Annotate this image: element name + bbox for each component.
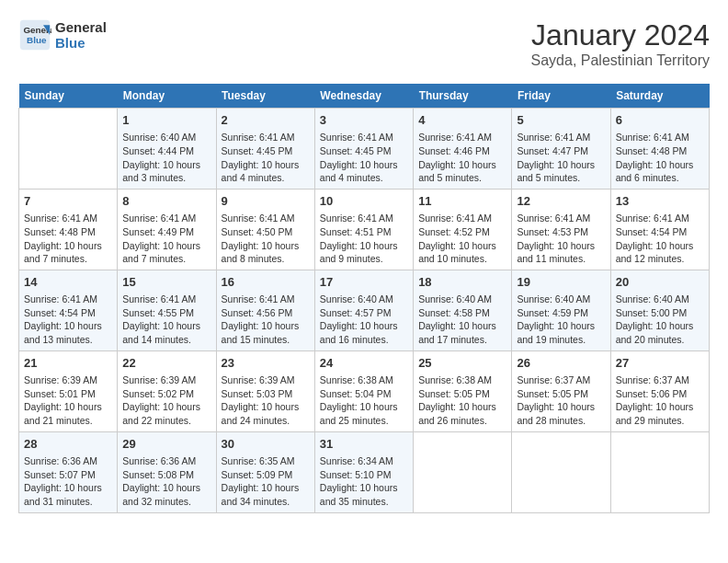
col-header-saturday: Saturday xyxy=(610,84,709,109)
logo-general: General xyxy=(55,19,107,35)
day-info: Sunrise: 6:41 AMSunset: 4:45 PMDaylight:… xyxy=(222,131,310,185)
day-info: Sunrise: 6:41 AMSunset: 4:50 PMDaylight:… xyxy=(222,212,310,266)
col-header-thursday: Thursday xyxy=(414,84,512,109)
day-info: Sunrise: 6:37 AMSunset: 5:06 PMDaylight:… xyxy=(616,373,704,428)
calendar-cell: 30Sunrise: 6:35 AMSunset: 5:09 PMDayligh… xyxy=(216,431,314,512)
calendar-week-row: 1Sunrise: 6:40 AMSunset: 4:44 PMDaylight… xyxy=(19,109,710,190)
day-info: Sunrise: 6:35 AMSunset: 5:09 PMDaylight:… xyxy=(222,454,310,509)
day-info: Sunrise: 6:41 AMSunset: 4:53 PMDaylight:… xyxy=(517,212,605,266)
day-info: Sunrise: 6:40 AMSunset: 4:44 PMDaylight:… xyxy=(122,131,210,185)
day-number: 28 xyxy=(24,436,112,453)
title-block: January 2024 Sayda, Palestinian Territor… xyxy=(531,18,710,69)
col-header-friday: Friday xyxy=(512,84,610,109)
calendar-cell: 14Sunrise: 6:41 AMSunset: 4:54 PMDayligh… xyxy=(19,270,118,350)
day-info: Sunrise: 6:41 AMSunset: 4:55 PMDaylight:… xyxy=(122,293,210,347)
day-info: Sunrise: 6:38 AMSunset: 5:05 PMDaylight:… xyxy=(418,373,506,428)
calendar-cell: 15Sunrise: 6:41 AMSunset: 4:55 PMDayligh… xyxy=(118,270,216,350)
day-info: Sunrise: 6:41 AMSunset: 4:54 PMDaylight:… xyxy=(24,293,112,347)
calendar-week-row: 28Sunrise: 6:36 AMSunset: 5:07 PMDayligh… xyxy=(19,431,710,512)
day-number: 18 xyxy=(418,274,506,291)
day-number: 16 xyxy=(222,274,310,291)
day-info: Sunrise: 6:36 AMSunset: 5:07 PMDaylight:… xyxy=(24,454,112,509)
day-number: 22 xyxy=(122,355,210,372)
calendar-week-row: 14Sunrise: 6:41 AMSunset: 4:54 PMDayligh… xyxy=(19,270,710,350)
calendar-cell: 27Sunrise: 6:37 AMSunset: 5:06 PMDayligh… xyxy=(610,350,709,431)
day-number: 20 xyxy=(616,274,704,291)
calendar-cell: 11Sunrise: 6:41 AMSunset: 4:52 PMDayligh… xyxy=(414,189,512,270)
day-number: 15 xyxy=(122,274,210,291)
calendar-cell: 23Sunrise: 6:39 AMSunset: 5:03 PMDayligh… xyxy=(216,350,314,431)
calendar-table: SundayMondayTuesdayWednesdayThursdayFrid… xyxy=(18,84,710,513)
day-info: Sunrise: 6:41 AMSunset: 4:48 PMDaylight:… xyxy=(616,131,704,185)
day-number: 4 xyxy=(418,112,506,129)
day-info: Sunrise: 6:41 AMSunset: 4:56 PMDaylight:… xyxy=(222,293,310,347)
calendar-cell: 6Sunrise: 6:41 AMSunset: 4:48 PMDaylight… xyxy=(610,109,709,190)
day-info: Sunrise: 6:38 AMSunset: 5:04 PMDaylight:… xyxy=(320,373,408,428)
calendar-cell: 8Sunrise: 6:41 AMSunset: 4:49 PMDaylight… xyxy=(118,189,216,270)
day-info: Sunrise: 6:37 AMSunset: 5:05 PMDaylight:… xyxy=(517,373,605,428)
calendar-cell xyxy=(610,431,709,512)
logo-blue: Blue xyxy=(55,35,107,51)
day-number: 17 xyxy=(320,274,408,291)
day-number: 29 xyxy=(122,436,210,453)
calendar-cell xyxy=(512,431,610,512)
day-number: 21 xyxy=(24,355,112,372)
day-number: 11 xyxy=(418,193,506,210)
day-number: 7 xyxy=(24,193,112,210)
day-info: Sunrise: 6:41 AMSunset: 4:51 PMDaylight:… xyxy=(320,212,408,266)
calendar-cell: 5Sunrise: 6:41 AMSunset: 4:47 PMDaylight… xyxy=(512,109,610,190)
calendar-cell: 20Sunrise: 6:40 AMSunset: 5:00 PMDayligh… xyxy=(610,270,709,350)
col-header-monday: Monday xyxy=(118,84,216,109)
day-info: Sunrise: 6:36 AMSunset: 5:08 PMDaylight:… xyxy=(122,454,210,509)
calendar-cell: 10Sunrise: 6:41 AMSunset: 4:51 PMDayligh… xyxy=(314,189,413,270)
day-info: Sunrise: 6:40 AMSunset: 4:57 PMDaylight:… xyxy=(320,293,408,347)
day-number: 27 xyxy=(616,355,704,372)
day-number: 26 xyxy=(517,355,605,372)
day-number: 25 xyxy=(418,355,506,372)
calendar-cell: 21Sunrise: 6:39 AMSunset: 5:01 PMDayligh… xyxy=(19,350,118,431)
logo-icon: General Blue xyxy=(18,18,51,52)
calendar-week-row: 21Sunrise: 6:39 AMSunset: 5:01 PMDayligh… xyxy=(19,350,710,431)
calendar-cell: 28Sunrise: 6:36 AMSunset: 5:07 PMDayligh… xyxy=(19,431,118,512)
day-info: Sunrise: 6:41 AMSunset: 4:54 PMDaylight:… xyxy=(616,212,704,266)
svg-text:Blue: Blue xyxy=(27,35,47,45)
day-info: Sunrise: 6:39 AMSunset: 5:03 PMDaylight:… xyxy=(222,373,310,428)
day-info: Sunrise: 6:39 AMSunset: 5:02 PMDaylight:… xyxy=(122,373,210,428)
page-header: General Blue General Blue January 2024 S… xyxy=(18,18,710,69)
calendar-cell: 26Sunrise: 6:37 AMSunset: 5:05 PMDayligh… xyxy=(512,350,610,431)
calendar-cell xyxy=(414,431,512,512)
calendar-header-row: SundayMondayTuesdayWednesdayThursdayFrid… xyxy=(19,84,710,109)
day-number: 12 xyxy=(517,193,605,210)
logo: General Blue General Blue xyxy=(18,18,107,52)
day-number: 23 xyxy=(222,355,310,372)
day-number: 3 xyxy=(320,112,408,129)
calendar-cell: 3Sunrise: 6:41 AMSunset: 4:45 PMDaylight… xyxy=(314,109,413,190)
day-number: 13 xyxy=(616,193,704,210)
day-number: 10 xyxy=(320,193,408,210)
day-info: Sunrise: 6:40 AMSunset: 5:00 PMDaylight:… xyxy=(616,293,704,347)
day-info: Sunrise: 6:41 AMSunset: 4:46 PMDaylight:… xyxy=(418,131,506,185)
calendar-cell: 13Sunrise: 6:41 AMSunset: 4:54 PMDayligh… xyxy=(610,189,709,270)
day-number: 19 xyxy=(517,274,605,291)
day-number: 31 xyxy=(320,436,408,453)
day-number: 9 xyxy=(222,193,310,210)
day-info: Sunrise: 6:41 AMSunset: 4:52 PMDaylight:… xyxy=(418,212,506,266)
calendar-cell xyxy=(19,109,118,190)
day-number: 2 xyxy=(222,112,310,129)
day-number: 5 xyxy=(517,112,605,129)
calendar-cell: 2Sunrise: 6:41 AMSunset: 4:45 PMDaylight… xyxy=(216,109,314,190)
day-info: Sunrise: 6:41 AMSunset: 4:45 PMDaylight:… xyxy=(320,131,408,185)
col-header-sunday: Sunday xyxy=(19,84,118,109)
day-number: 30 xyxy=(222,436,310,453)
day-info: Sunrise: 6:39 AMSunset: 5:01 PMDaylight:… xyxy=(24,373,112,428)
day-info: Sunrise: 6:34 AMSunset: 5:10 PMDaylight:… xyxy=(320,454,408,509)
calendar-cell: 7Sunrise: 6:41 AMSunset: 4:48 PMDaylight… xyxy=(19,189,118,270)
col-header-tuesday: Tuesday xyxy=(216,84,314,109)
calendar-cell: 24Sunrise: 6:38 AMSunset: 5:04 PMDayligh… xyxy=(314,350,413,431)
calendar-week-row: 7Sunrise: 6:41 AMSunset: 4:48 PMDaylight… xyxy=(19,189,710,270)
day-info: Sunrise: 6:41 AMSunset: 4:47 PMDaylight:… xyxy=(517,131,605,185)
day-number: 8 xyxy=(122,193,210,210)
calendar-cell: 16Sunrise: 6:41 AMSunset: 4:56 PMDayligh… xyxy=(216,270,314,350)
day-info: Sunrise: 6:41 AMSunset: 4:48 PMDaylight:… xyxy=(24,212,112,266)
day-info: Sunrise: 6:40 AMSunset: 4:59 PMDaylight:… xyxy=(517,293,605,347)
